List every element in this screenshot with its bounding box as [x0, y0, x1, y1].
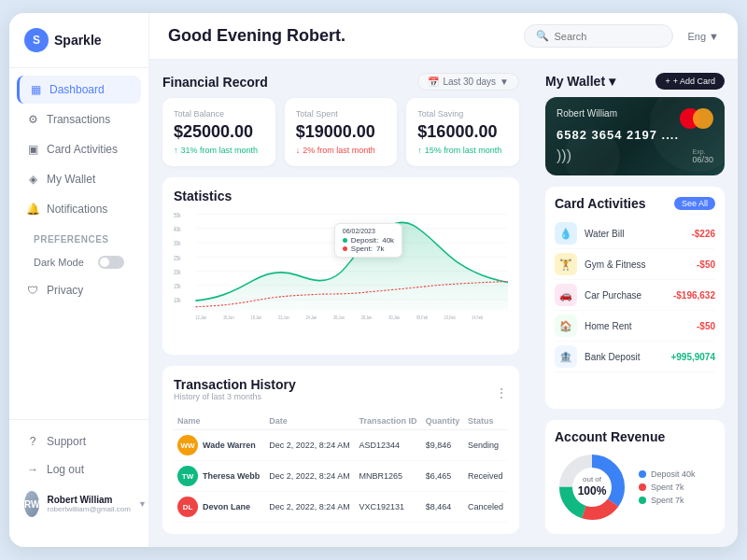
mc-orange: [693, 108, 713, 129]
svg-text:40k: 40k: [174, 226, 181, 232]
user-name: Robert William: [47, 495, 130, 505]
col-txid: Transaction ID: [355, 416, 421, 430]
user-profile[interactable]: RW Robert William robertwilliam@gmail.co…: [17, 483, 141, 525]
chevron-down-icon: ▼: [138, 499, 147, 509]
preferences-label: Preferences: [17, 225, 141, 248]
table-row: TW Theresa Webb Dec 2, 2022, 8:24 AM MNB…: [174, 461, 508, 492]
revenue-legend: Deposit 40k Spent 7k Spent 7k: [639, 469, 696, 505]
sidebar-item-my-wallet[interactable]: ◈ My Wallet: [17, 165, 141, 193]
tx-status: Sending: [464, 430, 508, 461]
financial-record-header: Financial Record 📅 Last 30 days ▼: [162, 73, 519, 91]
sidebar-item-support[interactable]: ? Support: [17, 427, 141, 455]
total-saving-card: Total Saving $16000.00 ↑ 15% from last m…: [406, 98, 519, 166]
legend-item: Spent 7k: [639, 483, 696, 492]
notifications-icon: 🔔: [26, 203, 39, 216]
wallet-title[interactable]: My Wallet ▾: [545, 74, 615, 89]
language-selector[interactable]: Eng ▼: [688, 31, 719, 42]
legend-label: Spent 7k: [651, 496, 684, 505]
revenue-chart: out of 100% Deposit 40k Spent 7k Spent 7…: [555, 450, 715, 525]
svg-text:26,Jan: 26,Jan: [333, 315, 345, 320]
user-info: Robert William robertwilliam@gmail.com: [47, 495, 130, 513]
chevron-down-icon: ▾: [609, 74, 615, 89]
deposit-label: Deposit:: [351, 236, 378, 245]
main-content: Good Evening Robert. 🔍 Eng ▼ Financial R…: [149, 13, 738, 547]
sidebar-item-privacy[interactable]: 🛡 Privacy: [17, 276, 141, 304]
sidebar-item-notifications[interactable]: 🔔 Notifications: [17, 195, 141, 223]
sidebar-item-logout[interactable]: → Log out: [17, 455, 141, 483]
list-item: 🏠 Home Rent -$50: [555, 311, 715, 342]
nav-section: ▦ Dashboard ⚙ Transactions ▣ Card Activi…: [9, 76, 148, 419]
tx-date: Dec 2, 2022, 8:24 AM: [265, 492, 355, 523]
activity-name: Bank Deposit: [585, 352, 663, 362]
total-spent-card: Total Spent $19000.00 ↓ 2% from last mon…: [285, 98, 398, 166]
total-saving-label: Total Saving: [417, 109, 508, 119]
activity-icon: 🚗: [555, 284, 577, 306]
dark-mode-toggle[interactable]: [98, 256, 124, 269]
left-panel: Financial Record 📅 Last 30 days ▼ Total …: [149, 60, 532, 547]
sidebar-item-label: Notifications: [47, 203, 107, 216]
tx-name: Wade Warren: [203, 441, 256, 450]
add-card-button[interactable]: + + Add Card: [655, 73, 725, 90]
tx-status: Canceled: [464, 492, 508, 523]
account-revenue-section: Account Revenue: [545, 420, 725, 534]
avatar: RW: [24, 491, 39, 517]
see-all-button[interactable]: See All: [674, 197, 715, 210]
donut-chart: out of 100%: [555, 450, 629, 525]
list-item: 🚗 Car Purchase -$196,632: [555, 280, 715, 311]
total-spent-value: $19000.00: [296, 122, 387, 142]
chevron-down-icon: ▼: [500, 77, 509, 87]
total-spent-label: Total Spent: [296, 109, 387, 119]
total-balance-value: $25000.00: [174, 122, 264, 142]
tx-id: VXC192131: [355, 492, 421, 523]
sidebar-item-label: My Wallet: [47, 173, 95, 186]
spent-label: Spent:: [351, 245, 373, 253]
card-activities-icon: ▣: [26, 143, 39, 156]
spent-dot: [343, 246, 347, 251]
col-quantity: Quantity: [422, 416, 464, 430]
right-panel: My Wallet ▾ + + Add Card: [532, 60, 738, 547]
more-options-icon[interactable]: ⋮: [495, 385, 508, 400]
chevron-down-icon: ▼: [709, 31, 719, 42]
activities-list: 💧 Water Bill -$226 🏋 Gym & Fitness -$50 …: [555, 218, 715, 372]
svg-text:24,Jan: 24,Jan: [306, 315, 317, 320]
financial-record-title: Financial Record: [162, 75, 268, 90]
tx-quantity: $8,464: [422, 492, 464, 523]
dark-mode-label: Dark Mode: [34, 257, 84, 268]
plus-icon: +: [665, 77, 669, 86]
sidebar-item-card-activities[interactable]: ▣ Card Activities: [17, 135, 141, 163]
language-label: Eng: [688, 31, 707, 42]
header: Good Evening Robert. 🔍 Eng ▼: [149, 13, 738, 60]
search-input[interactable]: [555, 31, 661, 42]
credit-card: Robert William 6582 3654 2197 .... ))) E…: [545, 97, 725, 175]
wallet-header: My Wallet ▾ + + Add Card: [545, 73, 725, 90]
tx-name: Theresa Webb: [203, 471, 260, 481]
sidebar-item-label: Dashboard: [49, 83, 105, 96]
tx-date: Dec 2, 2022, 8:24 AM: [265, 430, 355, 461]
svg-text:18,Jan: 18,Jan: [250, 315, 261, 320]
transaction-history-subtitle: History of last 3 months: [174, 392, 296, 401]
user-email: robertwilliam@gmail.com: [47, 505, 130, 513]
transactions-icon: ⚙: [26, 113, 39, 126]
activity-icon: 🏋: [555, 253, 577, 275]
svg-text:14,Feb: 14,Feb: [472, 315, 483, 320]
svg-text:28,Jan: 28,Jan: [361, 315, 373, 320]
down-arrow-icon: ↓: [296, 146, 301, 155]
mastercard-logo: [680, 108, 713, 129]
tx-date: Dec 2, 2022, 8:24 AM: [265, 461, 355, 492]
tx-quantity: $9,846: [422, 430, 464, 461]
calendar-icon: 📅: [428, 77, 439, 87]
transaction-history-title: Transaction History: [174, 377, 296, 392]
sidebar-item-label: Support: [47, 435, 86, 448]
avatar: DL: [177, 497, 198, 517]
total-spent-change: ↓ 2% from last month: [296, 146, 387, 155]
legend-dot: [639, 497, 646, 504]
sidebar-item-transactions[interactable]: ⚙ Transactions: [17, 105, 141, 133]
search-bar: 🔍: [524, 24, 673, 48]
sidebar-item-dashboard[interactable]: ▦ Dashboard: [17, 76, 141, 104]
logo: S Sparkle: [9, 28, 148, 68]
list-item: 🏦 Bank Deposit +995,9074: [555, 342, 715, 372]
card-activities-header: Card Activities See All: [555, 196, 715, 211]
activity-amount: -$50: [697, 321, 715, 331]
date-filter[interactable]: 📅 Last 30 days ▼: [417, 73, 519, 91]
wallet-section: My Wallet ▾ + + Add Card: [545, 73, 725, 175]
